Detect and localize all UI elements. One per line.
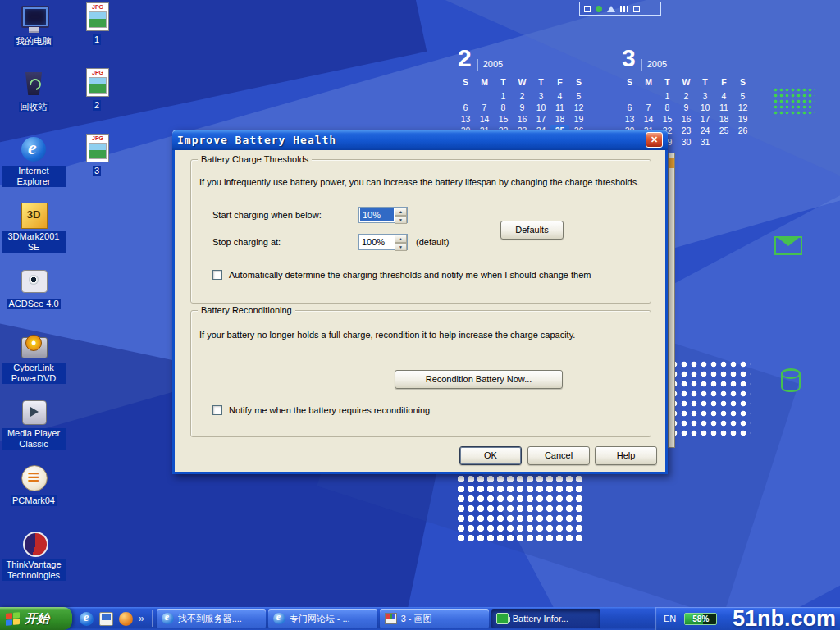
quicklaunch-ie-icon[interactable]: [80, 612, 94, 626]
notify-recondition-label: Notify me when the battery requires reco…: [229, 405, 430, 416]
calendar-day-cell: 4: [550, 90, 569, 102]
taskbar: 开始 » 找不到服务器....专门网论坛 - ...3 - 画图Battery …: [0, 607, 840, 630]
calendar-day-cell: 18: [714, 113, 733, 125]
calendar-day-cell: 8: [658, 102, 677, 113]
desktop-icon-label: 我的电脑: [14, 36, 53, 47]
spin-down-button[interactable]: ▼: [395, 216, 407, 224]
calendar-day-cell: 2: [513, 90, 532, 102]
desktop-icon-3dmark[interactable]: 3DMark2001 SE: [2, 200, 66, 266]
stop-threshold-spinner[interactable]: 100% ▲ ▼: [358, 234, 408, 250]
database-cylinder-icon: [781, 369, 801, 392]
calendar-day-cell: 11: [714, 102, 733, 113]
paint-icon: [385, 613, 397, 624]
help-button[interactable]: Help: [595, 446, 657, 465]
spin-up-button[interactable]: ▲: [395, 235, 407, 243]
start-button[interactable]: 开始: [0, 607, 72, 630]
calendar-day-cell: [456, 90, 475, 102]
battery-icon: [496, 613, 509, 624]
desktop-icon-thinkvantage[interactable]: ThinkVantage Technologies: [2, 528, 66, 594]
improve-battery-health-dialog: Improve Battery Health ✕ Battery Charge …: [172, 130, 668, 474]
calendar-day-cell: 16: [677, 113, 696, 125]
monitor-icon: [633, 6, 640, 12]
calendar-day-cell: 17: [532, 113, 550, 125]
calendar-day-cell: 16: [513, 113, 532, 125]
desktop-icon-internet-explorer[interactable]: Internet Explorer: [2, 135, 66, 200]
quicklaunch-overflow-chevron[interactable]: »: [139, 613, 144, 624]
desktop-icon-label: 3DMark2001 SE: [2, 231, 66, 253]
desktop-icon-jpg-file[interactable]: 3: [72, 133, 121, 199]
calendar-day-cell: 19: [733, 113, 752, 125]
calendar-dow-cell: S: [569, 76, 588, 90]
spin-up-button[interactable]: ▲: [395, 208, 407, 216]
taskbar-task-3[interactable]: 3 - 画图: [380, 609, 489, 628]
auto-determine-checkbox[interactable]: [212, 270, 222, 280]
spin-down-button[interactable]: ▼: [395, 243, 407, 251]
calendar-day-cell: [733, 136, 752, 148]
wallpaper-toolbar-graphic: [579, 2, 661, 16]
recondition-battery-button[interactable]: Recondition Battery Now...: [395, 370, 563, 389]
calendar-day-cell: 17: [696, 113, 714, 125]
notify-recondition-checkbox-row[interactable]: Notify me when the battery requires reco…: [212, 405, 590, 416]
dialog-body: Battery Charge Thresholds If you infrequ…: [175, 150, 665, 472]
close-button[interactable]: ✕: [646, 132, 663, 148]
calendar-dow-cell: F: [550, 76, 569, 90]
calendar-header: 32005: [620, 43, 758, 71]
calendar-day-cell: 3: [532, 90, 550, 102]
start-threshold-spinner[interactable]: 10% ▲ ▼: [358, 207, 408, 223]
taskbar-task-2[interactable]: 专门网论坛 - ...: [268, 609, 377, 628]
desktop-icon-jpg-file[interactable]: 1: [72, 2, 121, 67]
calendar-year: 2005: [477, 59, 503, 71]
calendar-dow-cell: T: [494, 76, 513, 90]
desktop-icon-label: 1: [93, 34, 101, 45]
calendar-day-cell: 1: [658, 90, 677, 102]
taskbar-task-1[interactable]: 找不到服务器....: [157, 609, 266, 628]
desktop-icon-column: 我的电脑回收站Internet Explorer3DMark2001 SEACD…: [2, 3, 66, 594]
battery-indicator[interactable]: 58%: [684, 613, 717, 625]
defaults-button[interactable]: Defaults: [500, 221, 564, 240]
dialog-titlebar[interactable]: Improve Battery Health ✕: [172, 130, 668, 150]
notify-recondition-checkbox[interactable]: [212, 405, 222, 415]
desktop-icon-powerdvd[interactable]: CyberLink PowerDVD: [2, 331, 66, 397]
calendar-header: 22005: [456, 43, 594, 71]
desktop-icon-media-player-classic[interactable]: Media Player Classic: [2, 397, 66, 463]
language-indicator[interactable]: EN: [664, 614, 676, 623]
taskbar-task-4[interactable]: Battery Infor...: [491, 609, 600, 628]
cancel-button[interactable]: Cancel: [527, 446, 590, 465]
calendar-day-cell: 25: [714, 125, 733, 136]
calendar-day-cell: 4: [714, 90, 733, 102]
calendar-day-cell: 9: [677, 102, 696, 113]
calendar-dow-cell: W: [513, 76, 532, 90]
desktop-icon-label: 回收站: [19, 102, 49, 112]
quicklaunch-show-desktop-icon[interactable]: [99, 612, 113, 626]
envelope-icon: [774, 236, 802, 255]
desktop-icon-pcmark[interactable]: PCMark04: [2, 463, 66, 528]
desktop-icon-label: 3: [93, 166, 101, 176]
calendar-dow-cell: T: [532, 76, 550, 90]
calendar-day-cell: 14: [639, 113, 658, 125]
calendar-dow-cell: F: [714, 76, 733, 90]
calendar-day-cell: 24: [696, 125, 714, 136]
internet-explorer-icon: [20, 135, 48, 164]
calendar-dow-cell: M: [475, 76, 494, 90]
start-threshold-value[interactable]: 10%: [360, 208, 394, 221]
taskbar-task-label: Battery Infor...: [513, 614, 568, 623]
pcmark-icon: [20, 463, 48, 492]
auto-determine-label: Automatically determine the charging thr…: [229, 270, 591, 281]
calendar-dow-cell: T: [696, 76, 714, 90]
desktop-icon-my-computer[interactable]: 我的电脑: [2, 3, 66, 69]
stop-threshold-value[interactable]: 100%: [359, 235, 395, 249]
powerdvd-icon: [20, 331, 48, 361]
calendar-day-cell: 7: [639, 102, 658, 113]
desktop-icon-jpg-file[interactable]: 2: [72, 67, 121, 133]
desktop-icon-recycle-bin[interactable]: 回收站: [2, 69, 66, 135]
calendar-day-cell: 6: [456, 102, 475, 113]
white-dot-grid-graphic: [456, 474, 584, 545]
ok-button[interactable]: OK: [459, 446, 522, 465]
auto-determine-checkbox-row[interactable]: Automatically determine the charging thr…: [212, 270, 623, 281]
desktop-icon-acdsee[interactable]: ACDSee 4.0: [2, 266, 66, 331]
close-icon: ✕: [651, 135, 658, 144]
3dmark-icon: [20, 200, 48, 230]
desktop: 22005SMTWTFS1234567891011121314151617181…: [0, 0, 840, 630]
calendar-day-cell: [714, 136, 733, 148]
quicklaunch-media-player-icon[interactable]: [119, 612, 133, 626]
